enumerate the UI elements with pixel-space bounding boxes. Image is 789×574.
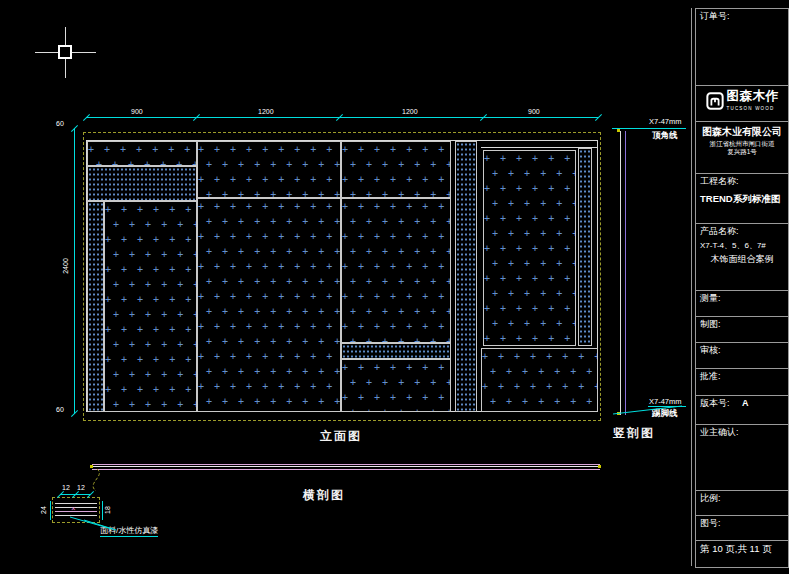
dim-tick xyxy=(595,114,602,121)
titleblock-drawing-no-row: 图号: xyxy=(696,516,788,541)
panel-hatch: + + + + + + + + + + + + + + + + + + + + … xyxy=(481,348,598,412)
version-label: 版本号: xyxy=(700,398,730,408)
titleblock-order-row: 订单号: xyxy=(696,9,788,86)
detail-layer-line xyxy=(55,503,97,504)
titleblock-logo-row: 图森木作 TUCSON WOOD xyxy=(696,86,788,122)
company-address-line1: 浙江省杭州市闸口街道 xyxy=(700,140,784,148)
detail-break-symbol: × xyxy=(71,505,76,513)
horizontal-section-label: 横剖图 xyxy=(303,487,345,504)
vertical-section-bar xyxy=(620,131,626,415)
section-node-mark xyxy=(90,465,93,468)
scale-label: 比例: xyxy=(700,493,721,503)
panel-dotted-band xyxy=(87,166,197,201)
dim-top-1: 900 xyxy=(131,108,143,116)
top-molding-leader xyxy=(612,128,686,129)
elevation-label: 立面图 xyxy=(320,428,362,445)
dim-left-bottom: 60 xyxy=(56,406,64,414)
cad-drawing-canvas: 900 1200 1200 900 60 2400 60 + + + + + +… xyxy=(0,0,789,574)
dim-top-3: 1200 xyxy=(402,108,418,116)
logo-text-cn: 图森木作 xyxy=(727,91,779,102)
product-name-line2: 木饰面组合案例 xyxy=(700,254,784,265)
detail-dim-line-right xyxy=(102,501,103,520)
detail-dim-12a: 12 xyxy=(62,484,70,492)
titleblock-review-row: 审核: xyxy=(696,343,788,369)
tucson-logo-icon xyxy=(706,92,724,113)
titleblock-measure-row: 测量: xyxy=(696,291,788,317)
review-label: 审核: xyxy=(700,345,721,355)
project-name-value: TREND系列标准图 xyxy=(700,193,784,204)
bottom-molding-code: X7-47mm xyxy=(649,398,682,406)
titleblock-company-row: 图森木业有限公司 浙江省杭州市闸口街道 复兴路1号 xyxy=(696,122,788,174)
detail-dim-left: 24 xyxy=(40,506,48,514)
elevation-view: + + + + + + + + + + + + + + + + + + + + … xyxy=(86,140,598,412)
panel-hatch: + + + + + + + + + + + + + + + + + + + + … xyxy=(197,198,341,412)
page-info: 第 10 页,共 11 页 xyxy=(700,543,772,554)
titleblock-owner-confirm-row: 业主确认: xyxy=(696,425,788,491)
top-molding-code: X7-47mm xyxy=(649,118,682,126)
project-name-label: 工程名称: xyxy=(700,176,784,187)
draft-label: 制图: xyxy=(700,319,721,329)
detail-layer-line xyxy=(55,515,97,516)
titleblock-page-row: 第 10 页,共 11 页 xyxy=(696,541,788,567)
titleblock-product-row: 产品名称: X7-T-4、5、6、7# 木饰面组合案例 xyxy=(696,224,788,291)
panel-hatch: + + + + + + + + + + + + + + + + + + + + … xyxy=(197,141,341,198)
panel-hatch: + + + + + + + + + + + + + + + + + + + + … xyxy=(341,198,451,343)
sheet-right-frame-line xyxy=(691,8,692,566)
detail-dim-line-left xyxy=(50,501,51,520)
section-node-mark xyxy=(617,129,620,132)
product-name-label: 产品名称: xyxy=(700,226,784,237)
section-node-mark xyxy=(617,412,620,415)
owner-confirm-label: 业主确认: xyxy=(700,427,739,437)
panel-hatch: + + + + + + + + + + + + + + + + + + + + … xyxy=(483,150,576,346)
detail-layer-line xyxy=(55,507,97,508)
vertical-section-label: 竖剖图 xyxy=(613,425,655,442)
detail-layer-line xyxy=(55,511,97,512)
top-dimension-line xyxy=(86,117,598,118)
panel-dotted-column xyxy=(455,141,477,412)
titleblock-approve-row: 批准: xyxy=(696,369,788,396)
detail-dim-right: 18 xyxy=(104,506,112,514)
titleblock-project-row: 工程名称: TREND系列标准图 xyxy=(696,174,788,224)
bottom-molding-name: 踢脚线 xyxy=(652,409,678,417)
version-value: A xyxy=(742,398,749,408)
crosshair-pickbox xyxy=(58,45,72,59)
product-name-line1: X7-T-4、5、6、7# xyxy=(700,240,784,251)
titleblock-scale-row: 比例: xyxy=(696,491,788,516)
detail-material-callout: 面料/水性仿真漆 xyxy=(100,527,158,537)
company-name: 图森木业有限公司 xyxy=(700,126,784,137)
dim-top-2: 1200 xyxy=(258,108,274,116)
section-node-mark xyxy=(598,465,601,468)
titleblock-version-row: 版本号: A xyxy=(696,396,788,425)
panel-dotted-band xyxy=(341,343,451,359)
top-molding-name: 顶角线 xyxy=(652,131,678,139)
panel-hatch: + + + + + + + + + + + + + + + + + + + + … xyxy=(341,359,451,412)
drawing-no-label: 图号: xyxy=(700,518,721,528)
panel-hatch: + + + + + + + + + + + + + + + + + + + + … xyxy=(104,201,197,412)
order-number-label: 订单号: xyxy=(700,11,730,21)
logo-text-en: TUCSON WOOD xyxy=(727,103,779,114)
horizontal-section-bar xyxy=(92,464,600,470)
detail-dim-12b: 12 xyxy=(77,484,85,492)
dim-top-4: 900 xyxy=(528,108,540,116)
panel-dotted-stile xyxy=(87,201,104,412)
approve-label: 批准: xyxy=(700,371,721,381)
panel-hatch: + + + + + + + + + + + + + + + + + + + + … xyxy=(87,141,197,166)
bottom-molding-leader-underline xyxy=(648,406,686,407)
dim-left-middle: 2400 xyxy=(62,258,70,274)
left-dimension-line xyxy=(74,128,75,414)
titleblock-draft-row: 制图: xyxy=(696,317,788,343)
detail-boundary xyxy=(52,497,100,523)
title-block: 订单号: 图森木作 TUCSON WOOD 图森木业有限公司 浙江省杭州市闸口街… xyxy=(695,8,789,568)
company-address-line2: 复兴路1号 xyxy=(700,148,784,156)
dim-tick xyxy=(71,410,78,417)
panel-hatch: + + + + + + + + + + + + + + + + + + + + … xyxy=(341,141,451,198)
measure-label: 测量: xyxy=(700,293,721,303)
dim-left-top: 60 xyxy=(56,120,64,128)
panel-dotted-stile xyxy=(578,148,592,346)
